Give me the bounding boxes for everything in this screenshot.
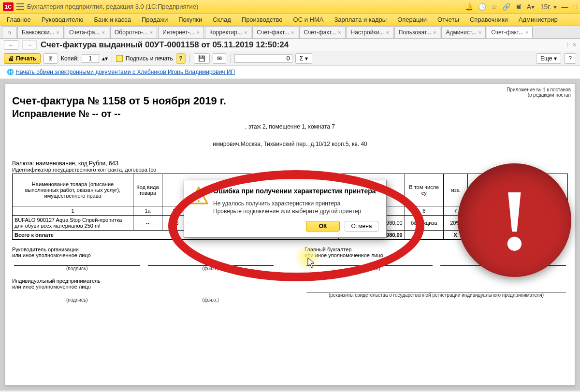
menu-item[interactable]: Руководителю (37, 14, 88, 25)
menu-item[interactable]: Продажи (137, 14, 173, 25)
home-tab[interactable]: ⌂ (2, 26, 16, 38)
close-icon[interactable]: × (386, 29, 389, 35)
toolbar: 🖨 Печать 🗎 Копий: ▴▾ Подпись и печать ? … (0, 51, 580, 66)
tab[interactable]: Счета-фа...× (65, 26, 109, 38)
app-title: Бухгалтерия предприятия, редакция 3.0 (1… (27, 3, 462, 10)
edo-link[interactable]: Начать обмен электронными документами с … (15, 69, 235, 75)
user-chip[interactable]: А▾ 15г. ▾ (527, 3, 557, 11)
menu-item[interactable]: Зарплата и кадры (329, 14, 392, 25)
close-icon[interactable]: × (478, 29, 481, 35)
forward-button[interactable]: → (22, 40, 37, 50)
close-icon[interactable]: × (102, 29, 105, 35)
close-icon[interactable]: × (56, 29, 59, 35)
ok-button[interactable]: ОК (306, 221, 340, 232)
dialog-text: Не удалось получить характеристики принт… (213, 200, 378, 215)
tab-active[interactable]: Счет-факт...× (487, 26, 533, 38)
close-page-icon[interactable]: × (573, 42, 576, 48)
max-icon[interactable]: □ (573, 3, 577, 11)
annex-note: Приложение № 1 к постанов (в редакции по… (507, 87, 571, 98)
tab-bar: ⌂ Банковски...× Счета-фа...× Оборотно-..… (0, 26, 580, 39)
calc-icon[interactable]: 🖩 (515, 3, 522, 11)
menu-item[interactable]: Администрир (514, 14, 563, 25)
correction-title: Исправление № -- от -- (12, 108, 568, 119)
save-button[interactable]: 💾 (194, 53, 210, 64)
link-icon[interactable]: 🔗 (502, 3, 510, 11)
titlebar: 1C Бухгалтерия предприятия, редакция 3.0… (0, 0, 580, 14)
bell-icon[interactable]: 🔔 (465, 3, 473, 11)
th-code: Код вида товара (133, 174, 162, 206)
warning-icon (189, 186, 208, 205)
options-icon[interactable]: ⁝ (567, 42, 569, 48)
tab[interactable]: Настройки...× (347, 26, 393, 38)
th-intomchisle: В том числе су (405, 174, 443, 206)
address-line-2: имирович,Москва, Тихвинский пер., д.10/1… (12, 141, 568, 147)
close-icon[interactable]: × (197, 29, 200, 35)
edo-link-line: 🌐 Начать обмен электронными документами … (0, 66, 580, 79)
history-icon[interactable]: 🕓 (478, 3, 486, 11)
mail-icon: ✉ (217, 55, 222, 62)
sign-help-button[interactable]: ? (176, 53, 186, 64)
tab[interactable]: Корректир...× (205, 26, 251, 38)
close-icon[interactable]: × (525, 29, 528, 35)
min-icon[interactable]: — (562, 3, 568, 11)
tab[interactable]: Оборотно-...× (110, 26, 157, 38)
mail-button[interactable]: ✉ (213, 53, 226, 64)
main-menu: Главное Руководителю Банк и касса Продаж… (0, 14, 580, 26)
save-icon: 💾 (198, 55, 205, 62)
menu-item[interactable]: Покупки (174, 14, 207, 25)
copies-label: Копий: (61, 55, 79, 62)
titlebar-actions: 🔔 🕓 ☆ 🔗 🖩 А▾ 15г. ▾ — □ (465, 3, 577, 11)
menu-item[interactable]: Главное (2, 14, 36, 25)
help-button[interactable]: ? (564, 53, 576, 64)
close-icon[interactable]: × (338, 29, 341, 35)
copies-input[interactable] (82, 54, 99, 63)
close-icon[interactable]: × (150, 29, 153, 35)
tab[interactable]: Банковски...× (17, 26, 64, 38)
menu-item[interactable]: Отчеты (433, 14, 464, 25)
menu-item[interactable]: Склад (208, 14, 236, 25)
edo-icon: 🌐 (7, 69, 14, 75)
sigma-icon: Σ (300, 55, 303, 62)
error-dialog: Ошибка при получении характеристик принт… (184, 180, 387, 238)
close-icon[interactable]: × (433, 29, 436, 35)
sign-print-label[interactable]: Подпись и печать (126, 55, 173, 62)
sigma-button[interactable]: Σ ▾ (295, 53, 312, 64)
tab[interactable]: Счет-факт...× (299, 26, 345, 38)
more-button[interactable]: Еще ▾ (536, 53, 561, 64)
tab[interactable]: Интернет-...× (158, 26, 204, 38)
logo-1c: 1C (3, 2, 14, 11)
tab[interactable]: Счет-факт...× (252, 26, 298, 38)
back-button[interactable]: ← (4, 40, 18, 50)
close-icon[interactable]: × (244, 29, 247, 35)
tab[interactable]: Админист...× (441, 26, 486, 38)
cancel-button[interactable]: Отмена (345, 221, 378, 232)
printer-icon: 🖨 (8, 55, 14, 62)
dialog-title: Ошибка при получении характеристик принт… (213, 187, 378, 195)
close-icon[interactable]: × (291, 29, 294, 35)
menu-item[interactable]: Производство (237, 14, 288, 25)
menu-item[interactable]: Банк и касса (89, 14, 136, 25)
address-line-1: , этаж 2, помещение 1, комната 7 (12, 123, 568, 130)
page-title: Счет-фактура выданный 00УТ-0001158 от 05… (41, 40, 289, 50)
sum-input[interactable] (234, 54, 292, 63)
menu-item[interactable]: Операции (392, 14, 432, 25)
th-name: Наименование товара (описание выполненны… (13, 174, 133, 206)
hamburger-icon[interactable] (16, 3, 24, 10)
navbar: ← → Счет-фактура выданный 00УТ-0001158 о… (0, 39, 580, 51)
menu-item[interactable]: ОС и НМА (289, 14, 329, 25)
preview-button[interactable]: 🗎 (44, 53, 58, 64)
annotation-exclamation-badge: ! (458, 163, 571, 277)
star-icon[interactable]: ☆ (491, 3, 497, 11)
svg-point-2 (198, 200, 200, 202)
print-button[interactable]: 🖨 Печать (4, 53, 41, 64)
menu-item[interactable]: Справочники (465, 14, 513, 25)
stepper-icon[interactable]: ▴▾ (102, 55, 108, 62)
invoice-title: Счет-фактура № 1158 от 5 ноября 2019 г. (12, 95, 568, 107)
document-icon: 🗎 (48, 55, 54, 62)
tab[interactable]: Пользоват...× (394, 26, 441, 38)
currency-line: Валюта: наименование, код Рубли, 643 (12, 160, 568, 167)
exclamation-icon: ! (500, 177, 529, 264)
checkbox-sign[interactable] (116, 55, 123, 62)
